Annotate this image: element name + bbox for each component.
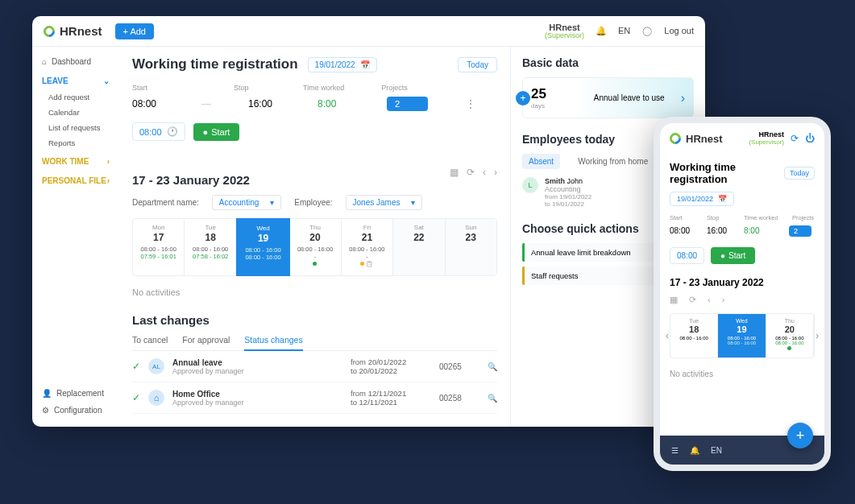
mobile-time-input[interactable]: 08:00 — [670, 247, 704, 264]
main-content: Working time registration 19/01/2022📅 To… — [119, 47, 510, 427]
nav-dashboard[interactable]: ⌂Dashboard — [32, 53, 119, 70]
emp-label: Employee: — [294, 198, 332, 207]
dept-label: Department name: — [132, 198, 199, 207]
week-next[interactable]: › — [816, 330, 819, 341]
user-block[interactable]: HRnest (Supervisor) — [545, 23, 584, 40]
chevron-right-icon: › — [107, 176, 110, 185]
change-id: 00258 — [439, 394, 479, 403]
time-input[interactable]: 08:00🕐 — [132, 122, 185, 141]
day-tue[interactable]: Tue1808:00 - 16:0007:58 - 16:02 — [185, 219, 236, 275]
grid-icon[interactable]: ▦ — [670, 295, 678, 305]
topbar-right: HRnest (Supervisor) 🔔 EN ◯ Log out — [545, 23, 694, 40]
refresh-icon[interactable]: ⟳ — [791, 133, 799, 144]
clock-icon: 🕐 — [167, 126, 178, 137]
mobile-week: ‹ Tue1808:00 - 16:00 Wed1908:00 - 16:000… — [670, 313, 815, 358]
nav-configuration[interactable]: ⚙Configuration — [32, 402, 119, 419]
bell-icon[interactable]: 🔔 — [596, 25, 607, 36]
prev-week-icon[interactable]: ‹ — [483, 167, 486, 178]
tab-status-changes[interactable]: Status changes — [244, 335, 302, 351]
nav-list-requests[interactable]: List of requests — [32, 120, 119, 135]
day-fri[interactable]: Fri2108:00 - 16:00- 📋 — [342, 219, 393, 275]
bell-icon[interactable]: 🔔 — [690, 446, 699, 455]
logo-ring-icon — [41, 23, 57, 39]
mobile-bottom-bar: ☰ 🔔 EN + — [660, 436, 824, 465]
refresh-icon[interactable]: ⟳ — [467, 167, 475, 178]
brand-logo[interactable]: HRnest — [44, 24, 102, 38]
leave-card[interactable]: + 25days Annual leave to use › — [522, 77, 694, 118]
mobile-fab[interactable]: + — [787, 423, 813, 448]
change-sub: Approved by manager — [172, 399, 244, 407]
m-day-wed[interactable]: Wed1908:00 - 16:0008:00 - 16:00 — [718, 314, 766, 357]
refresh-icon[interactable]: ⟳ — [689, 295, 696, 305]
chevron-down-icon: ⌄ — [103, 76, 110, 85]
date-picker[interactable]: 19/01/2022📅 — [308, 57, 377, 72]
day-sun[interactable]: Sun23 — [446, 219, 496, 275]
mobile-range: 17 - 23 January 2022 — [670, 277, 815, 288]
nav-replacement[interactable]: 👤Replacement — [32, 385, 119, 402]
day-mon[interactable]: Mon1708:00 - 16:0007:59 - 16:01 — [133, 219, 185, 275]
week-toolbar: ▦ ⟳ ‹ › — [450, 167, 497, 178]
tv-worked: 8:00 — [318, 98, 350, 109]
th-worked: Time worked — [303, 84, 344, 92]
change-title: Home Office — [172, 390, 244, 399]
mobile-start-button[interactable]: ●Start — [711, 247, 755, 264]
nav-add-request[interactable]: Add request — [32, 89, 119, 105]
mobile-date-picker[interactable]: 19/01/2022📅 — [670, 192, 734, 206]
nav-section-personal[interactable]: PERSONAL FILE› — [32, 170, 119, 189]
th-stop: Stop — [234, 84, 266, 92]
chevron-down-icon: ▾ — [270, 198, 274, 207]
tab-to-cancel[interactable]: To cancel — [132, 335, 168, 350]
leave-days-num: 25 — [531, 86, 546, 102]
lang-selector[interactable]: EN — [618, 26, 630, 35]
etab-absent[interactable]: Absent — [522, 154, 560, 169]
play-icon: ● — [720, 251, 725, 260]
search-icon[interactable]: 🔍 — [488, 362, 497, 371]
search-icon[interactable]: 🔍 — [488, 394, 497, 403]
more-menu[interactable]: ⋮ — [465, 97, 497, 110]
calendar-icon: 📅 — [360, 60, 370, 69]
dept-select[interactable]: Accounting▾ — [212, 195, 281, 210]
tv-stop: 16:00 — [248, 98, 280, 109]
home-icon: ⌂ — [42, 57, 47, 66]
next-icon[interactable]: › — [722, 295, 725, 305]
prev-icon[interactable]: ‹ — [708, 295, 711, 305]
mobile-logo[interactable]: HRnest — [670, 133, 723, 145]
m-day-tue[interactable]: Tue1808:00 - 16:00 — [670, 314, 718, 357]
emp-select[interactable]: Jones James▾ — [346, 195, 423, 210]
time-values: 08:00 — 16:00 8:00 2 ≡ ⋮ — [132, 97, 497, 111]
mobile-lang[interactable]: EN — [711, 446, 722, 455]
mobile-projects-chip[interactable]: 2 — [789, 225, 811, 237]
change-row-1: ✓ AL Annual leaveApproved by manager fro… — [132, 351, 497, 382]
week-grid: Mon1708:00 - 16:0007:59 - 16:01 Tue1808:… — [132, 218, 497, 276]
grid-icon[interactable]: ▦ — [450, 167, 459, 178]
mobile-title: Working time registration — [670, 161, 778, 185]
status-dot-yellow — [360, 262, 364, 266]
nav-reports[interactable]: Reports — [32, 135, 119, 151]
projects-chip[interactable]: 2 ≡ — [387, 97, 428, 111]
day-wed[interactable]: Wed1908:00 - 16:0008:00 - 16:00 — [236, 218, 290, 276]
tab-for-approval[interactable]: For approval — [182, 335, 230, 350]
next-week-icon[interactable]: › — [494, 167, 497, 178]
chevron-down-icon: ▾ — [411, 198, 415, 207]
desktop-window: HRnest + Add HRnest (Supervisor) 🔔 EN ◯ … — [32, 16, 705, 427]
today-button[interactable]: Today — [458, 57, 497, 72]
nav-section-leave[interactable]: LEAVE⌄ — [32, 70, 119, 89]
day-sat[interactable]: Sat22 — [393, 219, 445, 275]
power-icon[interactable]: ⏻ — [805, 133, 815, 144]
etab-wfh[interactable]: Working from home — [571, 154, 654, 169]
day-thu[interactable]: Thu2008:00 - 16:00- — [289, 219, 341, 275]
nav-calendar[interactable]: Calendar — [32, 105, 119, 120]
start-button[interactable]: ●Start — [193, 123, 240, 141]
plus-badge[interactable]: + — [516, 91, 530, 105]
circle-icon[interactable]: ◯ — [641, 25, 653, 36]
check-icon: ✓ — [132, 361, 140, 372]
calendar-icon: 📅 — [718, 195, 727, 203]
week-prev[interactable]: ‹ — [666, 330, 669, 341]
logout-link[interactable]: Log out — [664, 26, 694, 35]
mobile-today-button[interactable]: Today — [784, 167, 815, 180]
nav-section-worktime[interactable]: WORK TIME› — [32, 151, 119, 170]
menu-icon[interactable]: ☰ — [671, 446, 679, 455]
mobile-no-activities: No activities — [670, 370, 815, 378]
add-button[interactable]: + Add — [115, 23, 154, 39]
m-day-thu[interactable]: Thu2008:00 - 16:0008:00 - 16:00 — [766, 314, 814, 357]
